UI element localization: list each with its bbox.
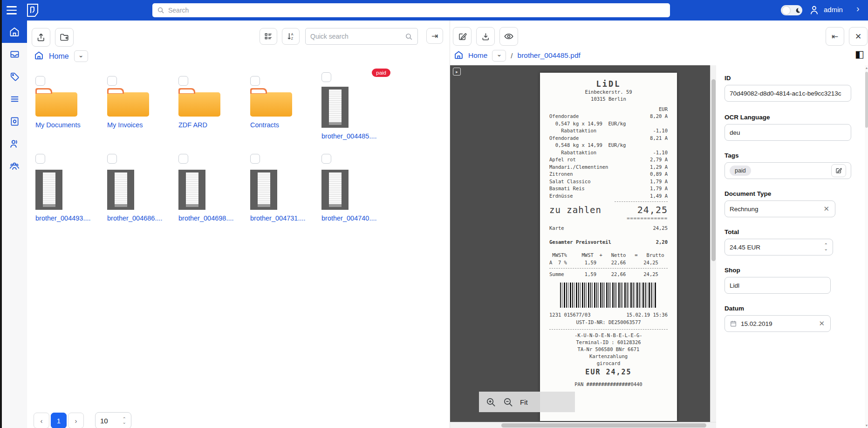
user-avatar-icon[interactable] <box>808 4 820 18</box>
upload-button[interactable] <box>32 28 50 47</box>
breadcrumb-root[interactable]: Home <box>49 52 69 61</box>
breadcrumb-root[interactable]: Home <box>468 51 487 60</box>
document-thumbnail[interactable] <box>107 170 134 210</box>
total-stepper[interactable]: ⌃ ⌄ <box>824 243 828 251</box>
prev-page-button[interactable]: ‹ <box>34 413 49 428</box>
sidebar-item-users[interactable] <box>2 132 27 155</box>
document-tile[interactable]: brother_004698.... <box>178 154 248 222</box>
document-type-field[interactable]: Rechnung ✕ <box>724 200 835 217</box>
tag-chip[interactable]: paid <box>730 166 751 176</box>
document-name[interactable]: brother_004493.... <box>35 214 105 222</box>
document-thumbnail[interactable] <box>250 170 277 210</box>
sidebar-item-home[interactable] <box>2 21 27 43</box>
sidebar-item-inbox[interactable] <box>2 43 27 65</box>
document-tile[interactable]: brother_004731.... <box>250 154 320 222</box>
tile-checkbox[interactable] <box>178 76 188 86</box>
collapse-panel-button[interactable]: ⇤ <box>826 27 844 46</box>
breadcrumb-dropdown-button[interactable]: ⌄ <box>74 50 88 62</box>
scroll-down-icon[interactable]: ▼ <box>865 424 868 427</box>
viewer-vertical-scrollbar[interactable] <box>710 65 716 422</box>
folder-icon[interactable] <box>35 92 77 117</box>
zoom-fit-label[interactable]: Fit <box>520 398 528 406</box>
document-thumbnail[interactable] <box>178 170 205 210</box>
sidebar-item-tasks[interactable] <box>2 88 27 110</box>
breadcrumb-document-name[interactable]: brother_004485.pdf <box>518 51 581 60</box>
edit-document-button[interactable] <box>453 27 472 46</box>
document-name[interactable]: brother_004740.... <box>321 214 391 222</box>
tile-checkbox[interactable] <box>35 154 45 164</box>
document-thumbnail[interactable] <box>321 87 349 128</box>
viewer-horizontal-scrollbar[interactable] <box>450 422 716 428</box>
folder-tile[interactable]: My Documents <box>35 76 105 129</box>
tile-checkbox[interactable] <box>35 76 45 86</box>
scroll-up-icon[interactable]: ▲ <box>865 66 868 69</box>
clear-document-type-icon[interactable]: ✕ <box>822 205 830 213</box>
folder-tile[interactable]: Contracts <box>250 76 320 129</box>
papermerge-logo[interactable] <box>24 2 41 19</box>
next-page-button[interactable]: › <box>68 413 84 428</box>
document-thumbnail[interactable] <box>321 170 349 210</box>
tile-checkbox[interactable] <box>250 154 260 164</box>
close-panel-button[interactable]: ✕ <box>849 27 868 46</box>
page-number-button[interactable]: 1 <box>51 413 67 428</box>
download-button[interactable] <box>476 27 495 46</box>
username[interactable]: admin <box>824 6 843 14</box>
document-tile[interactable]: paid brother_004485.... <box>321 72 391 140</box>
tile-checkbox[interactable] <box>250 76 260 86</box>
sidebar-item-ocr[interactable] <box>2 110 27 132</box>
tag-badge[interactable]: paid <box>372 69 390 77</box>
page-size-select[interactable]: 10 ⌃ ⌄ <box>95 412 131 428</box>
document-tile[interactable]: brother_004493.... <box>35 154 105 222</box>
open-viewer-panel-button[interactable]: ⇥ <box>426 28 443 44</box>
zoom-out-icon[interactable] <box>503 397 513 407</box>
shop-input[interactable] <box>730 282 826 289</box>
document-tile[interactable]: brother_004740.... <box>321 154 391 222</box>
pdf-canvas[interactable]: ▸ LiDL Einbeckerstr. 59 10315 Berlin EUR… <box>450 65 716 428</box>
document-name[interactable]: brother_004686.... <box>107 214 177 222</box>
folder-name[interactable]: My Documents <box>35 121 105 129</box>
thumbnails-panel-toggle[interactable]: ▸ <box>453 68 461 76</box>
folder-icon[interactable] <box>107 92 149 117</box>
quick-search-input[interactable] <box>310 33 405 40</box>
total-input[interactable] <box>730 244 804 251</box>
document-name[interactable]: brother_004731.... <box>250 214 320 222</box>
folder-name[interactable]: My Invoices <box>107 121 177 129</box>
preview-button[interactable] <box>499 27 518 46</box>
document-thumbnail[interactable] <box>35 170 62 210</box>
view-mode-button[interactable] <box>260 28 277 45</box>
sidebar-item-tags[interactable] <box>2 65 27 88</box>
clear-date-icon[interactable]: ✕ <box>818 319 826 328</box>
document-name[interactable]: brother_004698.... <box>178 214 248 222</box>
hamburger-menu-icon[interactable] <box>7 4 20 17</box>
global-search-input[interactable] <box>168 7 665 14</box>
zoom-in-icon[interactable] <box>485 397 496 407</box>
edit-tags-button[interactable] <box>831 164 846 177</box>
breadcrumb-dropdown-button[interactable]: ⌄ <box>492 50 506 62</box>
details-scrollbar[interactable]: ▲ ▼ <box>865 65 868 428</box>
document-name[interactable]: brother_004485.... <box>321 132 391 140</box>
tile-checkbox[interactable] <box>107 154 117 164</box>
layout-toggle-button[interactable]: ◧ <box>855 48 864 60</box>
folder-name[interactable]: ZDF ARD <box>178 121 248 129</box>
date-field[interactable]: 15.02.2019 ✕ <box>724 315 831 332</box>
id-input[interactable] <box>730 90 846 97</box>
new-folder-button[interactable] <box>55 28 74 47</box>
folder-name[interactable]: Contracts <box>250 121 320 129</box>
document-tile[interactable]: brother_004686.... <box>107 154 177 222</box>
tile-checkbox[interactable] <box>321 72 331 82</box>
breadcrumb-home-icon[interactable] <box>34 50 44 62</box>
dark-mode-toggle[interactable] <box>781 5 802 15</box>
folder-tile[interactable]: ZDF ARD <box>178 76 248 129</box>
sort-button[interactable]: A Z <box>282 28 300 45</box>
breadcrumb-home-icon[interactable] <box>454 50 464 62</box>
breadcrumb-separator: / <box>511 52 513 60</box>
folder-icon[interactable] <box>250 92 292 117</box>
folder-icon[interactable] <box>178 92 220 117</box>
sidebar-item-groups[interactable] <box>2 155 27 177</box>
tile-checkbox[interactable] <box>178 154 188 164</box>
ocr-language-input[interactable] <box>730 129 846 136</box>
tile-checkbox[interactable] <box>107 76 117 86</box>
tile-checkbox[interactable] <box>321 154 331 164</box>
user-menu-chevron-icon[interactable]: › <box>856 3 860 14</box>
folder-tile[interactable]: My Invoices <box>107 76 177 129</box>
